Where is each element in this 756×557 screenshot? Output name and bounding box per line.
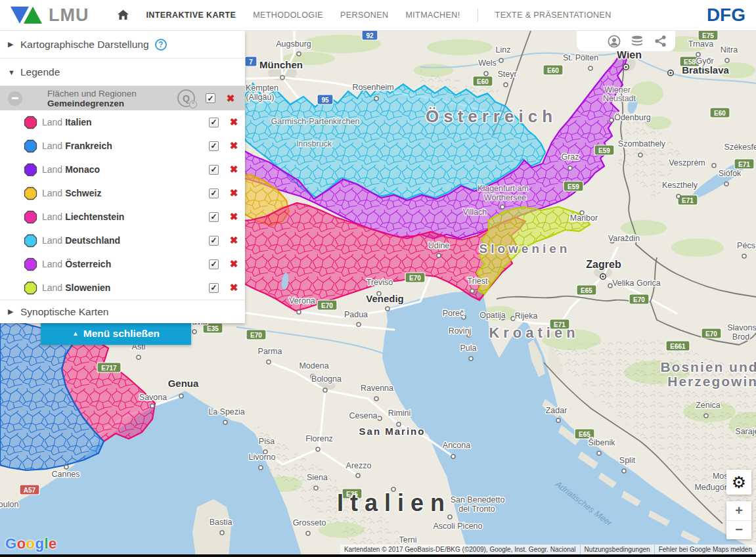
map-label-city: Pécs [737,241,755,250]
legend-color-swatch [24,163,37,177]
map-label-city: Pula [460,344,476,353]
capital-dot-center [602,275,604,277]
legend-color-swatch [24,210,37,224]
svg-text:E60: E60 [714,110,726,117]
legend-checkbox[interactable]: ✓ [209,189,219,198]
map-label-city: Cesena [349,411,377,420]
database-layers-icon[interactable] [631,35,644,48]
map-label-city: Split [619,456,636,465]
legend-remove-button[interactable]: ✖ [229,234,239,246]
map-label-city: Veszprém [669,158,705,167]
help-icon[interactable]: ? [155,39,167,51]
map-label-city: Livorno [249,453,276,462]
city-dot [259,466,263,470]
nav-item-methodologie[interactable]: METHODOLOGIE [253,11,323,20]
map-label-city: Ascoli Piceno [433,522,482,531]
city-dot [568,166,572,170]
city-dot [622,469,626,473]
chevron-down-icon: ▼ [8,68,14,76]
map-label-city: Neustadt [603,94,636,103]
map-label-city: Wels [478,58,497,68]
section-synoptische-karten[interactable]: ▶ Synoptische Karten [0,300,245,323]
group-title-line1: Flächen und Regionen [47,89,137,99]
capital-dot-center [669,72,671,74]
map-label-city: Augsburg [276,39,311,49]
collapse-group-button[interactable] [8,91,22,106]
legend-remove-button[interactable]: ✖ [229,211,239,223]
legend-remove-button[interactable]: ✖ [229,258,239,270]
city-dot [386,307,389,311]
user-account-icon[interactable] [608,35,621,48]
city-dot [597,451,601,455]
legend-item-label: LandSlowenien [42,282,110,293]
google-logo-letter: g [35,535,45,552]
city-dot [267,360,271,364]
capital-dot-center [625,66,627,68]
svg-text:7: 7 [249,58,253,66]
legend-checkbox[interactable]: ✓ [209,212,219,222]
chevron-right-icon: ▶ [8,307,14,316]
dfg-logo[interactable]: DFG [707,5,745,26]
map-label-city: Steyr [497,70,516,79]
city-dot [64,465,68,469]
svg-text:E59: E59 [567,183,579,190]
terms-link[interactable]: Nutzungsbedingungen [581,545,654,554]
legend-checkbox[interactable]: ✓ [209,283,219,293]
map-label-city: Bratislava [682,64,729,76]
legend-remove-button[interactable]: ✖ [229,140,239,152]
legend-checkbox[interactable]: ✓ [209,259,219,269]
legend-checkbox[interactable]: ✓ [209,236,219,246]
map-label-city: Nitra [721,45,738,55]
map-label-city: Modena [299,361,328,370]
city-dot [356,474,360,478]
legend-remove-button[interactable]: ✖ [229,187,239,199]
gear-icon: ⚙ [732,473,746,492]
group-remove-button[interactable]: ✖ [225,93,236,104]
map-label-city: Zagreb [586,259,621,270]
verba-alpina-logo[interactable]: LMU [9,5,89,26]
section-label: Legende [20,66,60,78]
legend-checkbox[interactable]: ✓ [209,141,219,151]
zoom-to-layer-icon[interactable]: Q * [177,89,195,107]
nav-item-personen[interactable]: PERSONEN [340,11,388,20]
main-nav: INTERAKTIVE KARTEMETHODOLOGIEPERSONENMIT… [118,9,611,22]
section-legende[interactable]: ▼ Legende [0,58,245,86]
city-dot [316,447,320,451]
chevron-right-icon: ▶ [8,40,14,49]
group-checkbox[interactable]: ✓ [206,93,215,103]
road-shield-E60: E60 [473,76,493,86]
svg-text:E75: E75 [702,32,714,39]
legend-color-swatch [24,234,37,248]
city-dot [725,58,729,62]
map-label-city: San Benedetto [451,495,505,504]
legend-checkbox[interactable]: ✓ [209,118,219,127]
legend-checkbox[interactable]: ✓ [209,165,219,175]
nav-item-interaktive-karte[interactable]: INTERAKTIVE KARTE [146,11,236,20]
legend-remove-button[interactable]: ✖ [229,116,239,128]
close-menu-label: Menü schließen [83,328,160,340]
road-shield-E71: E71 [734,159,754,169]
city-dot [220,531,224,535]
map-settings-button[interactable]: ⚙ [726,470,751,495]
google-logo[interactable]: Google [5,535,57,552]
nav-item-texte-pr-sentationen[interactable]: TEXTE & PRÄSENTATIONEN [495,11,611,20]
svg-text:95: 95 [321,97,329,104]
layer-group-title: Flächen und Regionen Gemeindegrenzen [47,89,137,108]
legend-remove-button[interactable]: ✖ [229,164,239,175]
verba-alpina-app: 92795E75E58E60E60E60E59E59E71E71E71E65E6… [0,0,756,557]
close-menu-button[interactable]: ▲ Menü schließen [41,322,191,345]
section-kartographische-darstellung[interactable]: ▶ Kartographische Darstellung ? [0,31,245,58]
report-error-link[interactable]: Fehler bei Google Maps melden [655,545,756,554]
zoom-out-button[interactable]: − [726,521,751,540]
city-dot [451,455,455,458]
share-icon[interactable] [654,35,667,48]
road-shield-E70: E70 [701,328,721,338]
city-dot [504,83,508,87]
city-dot [742,254,746,258]
nav-item-mitmachen-[interactable]: MITMACHEN! [405,11,460,20]
home-icon[interactable] [118,10,129,20]
zoom-in-button[interactable]: + [726,501,751,521]
city-dot [484,72,488,76]
legend-remove-button[interactable]: ✖ [229,282,239,294]
language-flag-german-icon[interactable] [585,35,598,47]
